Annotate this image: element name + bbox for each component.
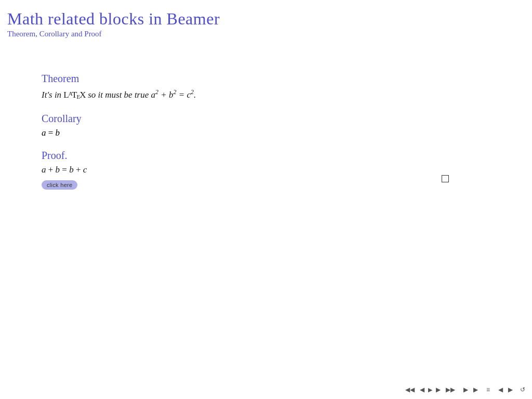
proof-row: a + b = b + c: [42, 165, 490, 175]
proof-block: Proof. a + b = b + c click here: [42, 150, 490, 190]
nav-separator1: ▶: [428, 387, 432, 393]
theorem-block: Theorem It's in LATEX so it must be true…: [42, 73, 490, 101]
subtitle: Theorem, Corollary and Proof: [7, 30, 525, 38]
nav-prev[interactable]: ◀: [418, 385, 426, 394]
main-title: Math related blocks in Beamer: [7, 9, 525, 29]
proof-title: Proof.: [42, 150, 490, 162]
corollary-title: Corollary: [42, 113, 490, 125]
theorem-title: Theorem: [42, 73, 490, 85]
nav-forward[interactable]: ▶: [507, 385, 514, 394]
click-here-button[interactable]: click here: [42, 175, 490, 190]
main-content: Theorem It's in LATEX so it must be true…: [0, 42, 532, 190]
theorem-formula: a2 + b2 = c2.: [151, 90, 196, 100]
theorem-text-before: It's in: [42, 90, 63, 100]
corollary-block: Corollary a = b: [42, 113, 490, 138]
theorem-text-after: so it must be true: [86, 90, 151, 100]
nav-expand[interactable]: ▶: [462, 385, 470, 394]
qed-box: [442, 175, 449, 182]
proof-formula: a + b = b + c: [42, 165, 87, 175]
theorem-body: It's in LATEX so it must be true a2 + b2…: [42, 88, 490, 101]
latex-logo: LATEX: [63, 90, 86, 100]
nav-back[interactable]: ◀: [497, 385, 504, 394]
header: Math related blocks in Beamer Theorem, C…: [0, 0, 532, 42]
corollary-body: a = b: [42, 128, 490, 138]
nav-last[interactable]: ▶▶: [444, 385, 457, 394]
click-here-label[interactable]: click here: [42, 180, 77, 190]
nav-menu[interactable]: ≡: [485, 385, 491, 394]
nav-refresh[interactable]: ↺: [518, 385, 527, 394]
proof-body: a + b = b + c: [42, 165, 490, 175]
nav-bar: ◀◀ ◀ ▶ ▶ ▶▶ ▶ ▶ ≡ ◀ ▶ ↺: [404, 385, 527, 394]
nav-list[interactable]: ▶: [472, 385, 480, 394]
nav-first[interactable]: ◀◀: [404, 385, 416, 394]
nav-next[interactable]: ▶: [434, 385, 442, 394]
